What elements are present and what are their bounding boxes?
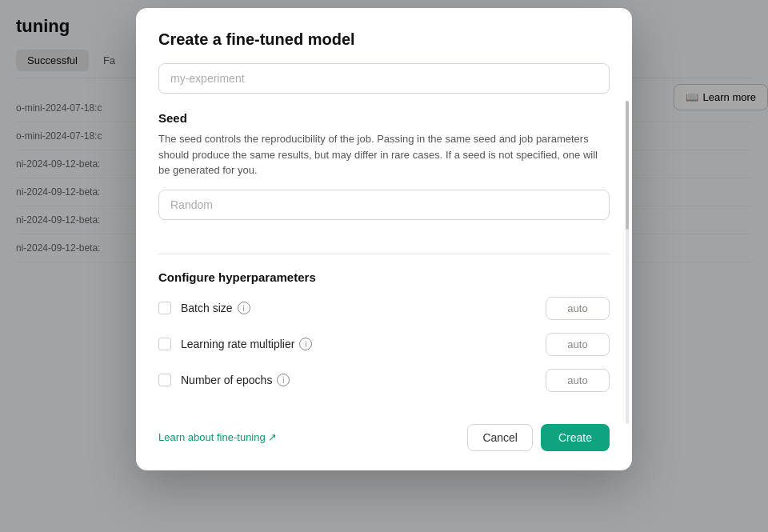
epochs-checkbox[interactable] [158,374,171,386]
modal-footer: Learn about fine-tuning ↗ Cancel Create [158,411,610,451]
seed-input[interactable] [158,190,610,220]
batch-size-value: auto [546,297,610,320]
batch-size-label: Batch size i [181,302,546,314]
epochs-info-icon[interactable]: i [277,374,290,386]
modal-overlay[interactable]: Create a fine-tuned model Seed The seed … [0,0,768,532]
seed-section-title: Seed [158,111,610,125]
learning-rate-label: Learning rate multiplier i [181,338,546,350]
footer-buttons: Cancel Create [467,424,610,451]
epochs-value: auto [546,369,610,392]
seed-description: The seed controls the reproducibility of… [158,131,610,178]
scrollbar-thumb[interactable] [626,101,629,230]
modal-title: Create a fine-tuned model [158,30,610,49]
modal-dialog: Create a fine-tuned model Seed The seed … [136,8,632,470]
learning-rate-checkbox[interactable] [158,338,171,350]
scrollbar-track [626,101,629,424]
create-button[interactable]: Create [541,424,610,451]
learning-rate-info-icon[interactable]: i [299,338,312,350]
epochs-row: Number of epochs i auto [158,369,610,392]
model-name-input[interactable] [158,63,610,94]
batch-size-info-icon[interactable]: i [238,302,250,314]
divider [158,254,610,254]
cancel-button[interactable]: Cancel [467,424,533,451]
batch-size-row: Batch size i auto [158,297,610,320]
fine-tuning-link[interactable]: Learn about fine-tuning ↗ [158,431,277,443]
epochs-label: Number of epochs i [181,374,546,386]
learning-rate-value: auto [546,333,610,356]
learning-rate-row: Learning rate multiplier i auto [158,333,610,356]
batch-size-checkbox[interactable] [158,302,171,314]
hyperparams-title: Configure hyperparameters [158,270,610,284]
